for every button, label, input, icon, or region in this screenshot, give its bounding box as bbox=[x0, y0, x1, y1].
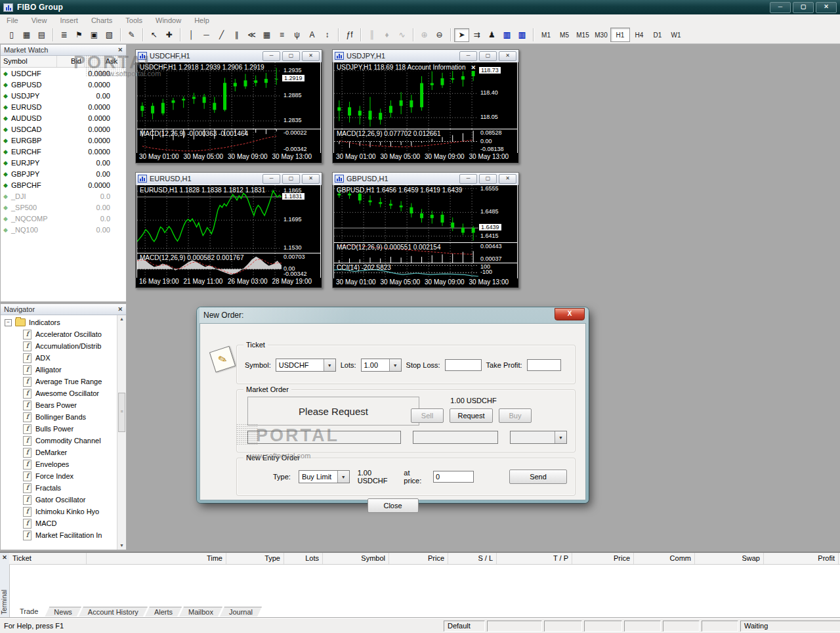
column-header-bid[interactable]: Bid bbox=[57, 56, 85, 67]
fibo-fan-button[interactable]: ≪ bbox=[244, 28, 259, 42]
navigator-item[interactable]: fMACD bbox=[1, 517, 126, 529]
column-header-comm[interactable]: Comm bbox=[634, 553, 695, 564]
navigator-item[interactable]: fAccumulation/Distrib bbox=[1, 340, 126, 352]
chart-area[interactable]: USDCHF,H1 1.2918 1.2939 1.2906 1.2919 1.… bbox=[136, 62, 321, 162]
lots-combo[interactable]: 1.00 ▼ bbox=[361, 359, 402, 372]
grid-button[interactable]: ▦ bbox=[259, 28, 274, 42]
new-order-button[interactable]: ✎ bbox=[124, 28, 139, 42]
navigator-item[interactable]: fBollinger Bands bbox=[1, 411, 126, 423]
restore-button[interactable]: ▢ bbox=[479, 174, 497, 184]
chart-title-bar[interactable]: EURUSD,H1 ─ ▢ ✕ bbox=[136, 173, 322, 185]
navigator-item[interactable]: fIchimoku Kinko Hyo bbox=[1, 506, 126, 517]
order-type-combo[interactable]: Buy Limit ▼ bbox=[299, 470, 350, 483]
dialog-close-button[interactable]: X bbox=[555, 308, 585, 320]
vertical-line-button[interactable]: │ bbox=[184, 28, 199, 42]
fibo-lines-button[interactable]: ≡ bbox=[274, 28, 289, 42]
navigator-item[interactable]: fForce Index bbox=[1, 470, 126, 482]
column-header-s-l[interactable]: S / L bbox=[448, 553, 497, 564]
scroll-thumb[interactable]: ≡ bbox=[118, 393, 125, 432]
close-button[interactable]: ✕ bbox=[499, 51, 516, 61]
market-watch-row[interactable]: ◆AUDUSD0.0000 bbox=[1, 112, 126, 123]
column-header-price[interactable]: Price bbox=[572, 553, 634, 564]
close-button[interactable]: ✕ bbox=[302, 174, 320, 184]
market-watch-row[interactable]: ◆EURJPY0.00 bbox=[1, 157, 126, 168]
chart-window-usdjpy[interactable]: USDJPY,H1 ─ ▢ ✕ USDJPY,H1 118.69 118.86 … bbox=[332, 49, 519, 164]
navigator-item[interactable]: fEnvelopes bbox=[1, 458, 126, 470]
scroll-down-icon[interactable]: ▼ bbox=[117, 542, 126, 550]
arrows-button[interactable]: ↕ bbox=[320, 28, 335, 42]
send-button[interactable]: Send bbox=[509, 469, 567, 484]
maximum-deviation-combo[interactable]: ▼ bbox=[510, 431, 567, 444]
chart-title-bar[interactable]: USDJPY,H1 ─ ▢ ✕ bbox=[333, 50, 518, 62]
column-header-ticket[interactable]: Ticket bbox=[9, 553, 87, 564]
close-button[interactable]: ✕ bbox=[499, 174, 516, 184]
column-header-price[interactable]: Price bbox=[389, 553, 448, 564]
chevron-down-icon[interactable]: ▼ bbox=[337, 471, 349, 483]
chevron-down-icon[interactable]: ▼ bbox=[389, 359, 401, 371]
equidistant-channel-button[interactable]: ∥ bbox=[229, 28, 244, 42]
column-header-t-p[interactable]: T / P bbox=[497, 553, 572, 564]
text-button[interactable]: A bbox=[304, 28, 320, 42]
chevron-down-icon[interactable]: ▼ bbox=[324, 359, 335, 371]
minimize-button[interactable]: ─ bbox=[770, 2, 791, 13]
sell-price-input[interactable] bbox=[247, 431, 401, 444]
market-watch-row[interactable]: ◆GBPJPY0.00 bbox=[1, 168, 126, 179]
market-watch-button[interactable]: ≣ bbox=[56, 28, 72, 42]
tab-news[interactable]: News bbox=[45, 607, 81, 617]
restore-button[interactable]: ▢ bbox=[282, 51, 300, 61]
tab-alerts[interactable]: Alerts bbox=[145, 607, 182, 617]
trendline-button[interactable]: ╱ bbox=[214, 28, 229, 42]
column-header-swap[interactable]: Swap bbox=[695, 553, 764, 564]
market-watch-row[interactable]: ◆_SP5000.00 bbox=[1, 202, 126, 213]
minimize-button[interactable]: ─ bbox=[262, 51, 280, 61]
restore-button[interactable]: ▢ bbox=[793, 2, 814, 13]
chart-area[interactable]: GBPUSD,H1 1.6456 1.6459 1.6419 1.6439 1.… bbox=[333, 185, 518, 287]
chart-window-gbpusd[interactable]: GBPUSD,H1 ─ ▢ ✕ GBPUSD,H1 1.6456 1.6459 … bbox=[332, 172, 519, 288]
column-header-symbol[interactable]: Symbol bbox=[1, 56, 57, 67]
request-button[interactable]: Request bbox=[450, 408, 493, 423]
column-header-time[interactable]: Time bbox=[87, 553, 226, 564]
chart-window-usdchf[interactable]: USDCHF,H1 ─ ▢ ✕ USDCHF,H1 1.2918 1.2939 … bbox=[135, 49, 322, 164]
indicators-button[interactable]: ƒf bbox=[342, 28, 357, 42]
close-icon[interactable]: ✕ bbox=[117, 306, 123, 313]
restore-button[interactable]: ▢ bbox=[479, 51, 497, 61]
navigator-item[interactable]: fGator Oscillator bbox=[1, 494, 126, 506]
terminal-button[interactable]: ▣ bbox=[87, 28, 102, 42]
auto-scroll-button[interactable]: ➤ bbox=[454, 28, 469, 42]
navigator-item[interactable]: fCommodity Channel bbox=[1, 435, 126, 447]
save-button[interactable]: ▦ bbox=[19, 28, 34, 42]
tab-trade[interactable]: Trade bbox=[10, 607, 47, 617]
fibo-arcs-button[interactable]: ψ bbox=[289, 28, 304, 42]
close-icon[interactable]: ✕ bbox=[0, 553, 9, 561]
navigator-item[interactable]: fFractals bbox=[1, 482, 126, 494]
navigator-item[interactable]: fAwesome Oscillator bbox=[1, 387, 126, 399]
timeframe-d1-button[interactable]: D1 bbox=[648, 28, 667, 41]
close-icon[interactable]: ✕ bbox=[117, 47, 123, 53]
scroll-up-icon[interactable]: ▲ bbox=[117, 315, 126, 323]
chart-title-bar[interactable]: USDCHF,H1 ─ ▢ ✕ bbox=[136, 50, 322, 62]
account-information-popup[interactable]: Account Information ✕ bbox=[406, 64, 477, 71]
chart-area[interactable]: USDJPY,H1 118.69 118.86 118 Account Info… bbox=[333, 62, 518, 162]
market-watch-row[interactable]: ◆GBPUSD0.0000 bbox=[1, 79, 126, 90]
cursor-button[interactable]: ↖ bbox=[146, 28, 161, 42]
menu-item-charts[interactable]: Charts bbox=[85, 15, 119, 26]
tree-collapse-icon[interactable]: − bbox=[5, 319, 12, 326]
at-price-input[interactable] bbox=[433, 471, 474, 483]
navigator-button[interactable]: ⚑ bbox=[72, 28, 87, 42]
column-header-lots[interactable]: Lots bbox=[284, 553, 323, 564]
new-file-button[interactable]: ▯ bbox=[4, 28, 19, 42]
market-watch-row[interactable]: ◆_DJI0.0 bbox=[1, 190, 126, 202]
navigator-item[interactable]: fBears Power bbox=[1, 399, 126, 411]
chevron-down-icon[interactable]: ▼ bbox=[555, 431, 566, 443]
symbol-combo[interactable]: USDCHF ▼ bbox=[276, 359, 336, 372]
column-header-symbol[interactable]: Symbol bbox=[323, 553, 389, 564]
timeframe-m15-button[interactable]: M15 bbox=[574, 28, 592, 41]
navigator-item[interactable]: fAlligator bbox=[1, 364, 126, 376]
market-watch-row[interactable]: ◆EURUSD0.0000 bbox=[1, 101, 126, 112]
zoom-out-button[interactable]: ⊖ bbox=[432, 28, 447, 42]
market-watch-row[interactable]: ◆GBPCHF0.0000 bbox=[1, 179, 126, 190]
tab-mailbox[interactable]: Mailbox bbox=[179, 607, 222, 617]
navigator-item[interactable]: fAverage True Range bbox=[1, 376, 126, 387]
market-watch-row[interactable]: ◆EURGBP0.0000 bbox=[1, 135, 126, 146]
menu-item-tools[interactable]: Tools bbox=[119, 15, 149, 26]
